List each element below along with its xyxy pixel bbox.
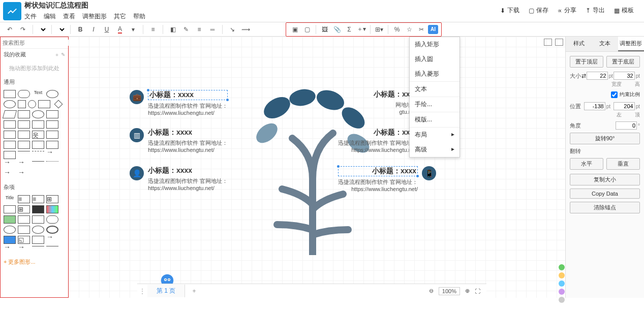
shape-dashed[interactable]: [32, 151, 44, 151]
chevron-down-icon[interactable]: ▾: [128, 24, 139, 35]
line-width-button[interactable]: ═: [207, 24, 218, 35]
shape-diamond[interactable]: [54, 100, 63, 109]
shape-colorbar[interactable]: [46, 205, 58, 213]
redo-button[interactable]: ↷: [17, 24, 28, 35]
shape-ellipse2[interactable]: [4, 100, 16, 108]
clear-anchor-button[interactable]: 清除锚点: [570, 202, 640, 213]
shape-list2[interactable]: ≡: [32, 195, 44, 203]
italic-button[interactable]: I: [88, 24, 99, 35]
line-style-button[interactable]: ≡: [194, 24, 205, 35]
canvas-node-6[interactable]: 📱 小标题：xxxx 迅捷流程图制作软件 官网地址：https://www.li…: [338, 166, 436, 192]
shape-text[interactable]: Text: [32, 90, 44, 98]
shape-square[interactable]: [18, 100, 26, 108]
percent-button[interactable]: %: [391, 24, 403, 35]
menu-text[interactable]: 文本: [410, 82, 459, 97]
shape-grid[interactable]: ⊞: [18, 205, 30, 213]
pages-menu-icon[interactable]: ⋮: [137, 288, 147, 295]
shape-frame[interactable]: [4, 205, 16, 213]
menu-layout[interactable]: 布局▸: [410, 128, 459, 142]
shape-or[interactable]: [46, 131, 58, 139]
shape-arrow-line[interactable]: [46, 151, 58, 159]
misc-shapes-header[interactable]: 杂项: [4, 183, 15, 191]
shape-process[interactable]: [38, 100, 50, 108]
collapse-right-button[interactable]: [555, 39, 563, 46]
menu-help[interactable]: 帮助: [133, 12, 145, 21]
rotate90-button[interactable]: 旋转90°: [570, 133, 640, 144]
shape-r4[interactable]: [18, 226, 30, 234]
copy-size-button[interactable]: 复制大小: [570, 174, 640, 185]
shape-parallelogram[interactable]: [3, 110, 17, 118]
menu-arrange[interactable]: 调整图形: [82, 12, 107, 21]
shape-cylinder[interactable]: [32, 110, 44, 118]
menu-advanced[interactable]: 高级▸: [410, 142, 459, 157]
dot-purple[interactable]: [559, 289, 565, 295]
underline-button[interactable]: U: [101, 24, 112, 35]
tab-text[interactable]: 文本: [592, 37, 618, 51]
shape-title[interactable]: Title: [4, 195, 16, 203]
shape-and[interactable]: [4, 141, 16, 149]
shape-arrow1[interactable]: [18, 141, 30, 149]
zoom-out-button[interactable]: ⊖: [429, 288, 434, 294]
shape-roundrect[interactable]: [18, 90, 30, 98]
bold-button[interactable]: B: [75, 24, 86, 35]
font-family-select[interactable]: Arial: [37, 25, 47, 34]
x-input[interactable]: [584, 102, 605, 110]
send-back-button[interactable]: 置于底层: [606, 56, 640, 68]
tab-style[interactable]: 样式: [566, 37, 592, 51]
shape-step[interactable]: [18, 120, 30, 129]
menu-insert-rect[interactable]: 插入矩形: [410, 37, 459, 52]
shape-r2[interactable]: [46, 215, 58, 224]
fill-color-button[interactable]: ◧: [167, 24, 178, 35]
shape-cyl2[interactable]: [32, 236, 44, 244]
shape-c2[interactable]: [4, 246, 16, 254]
menu-template[interactable]: 模版...: [410, 112, 459, 127]
shape-r1[interactable]: [32, 215, 44, 224]
bring-front-button[interactable]: 置于顶层: [570, 56, 603, 68]
shape-r5[interactable]: [32, 226, 44, 234]
waypoint-button[interactable]: ⟿: [240, 24, 251, 35]
swap-size-icon[interactable]: ⇄: [581, 73, 586, 79]
shape-circle[interactable]: [28, 100, 36, 108]
align-button[interactable]: ≡: [147, 24, 159, 35]
font-color-button[interactable]: A: [114, 24, 126, 35]
shape-trap[interactable]: [32, 120, 44, 129]
dot-green[interactable]: [559, 264, 565, 270]
download-button[interactable]: ⬇下载: [500, 6, 519, 15]
shape-callout[interactable]: [18, 131, 30, 139]
canvas-node-2[interactable]: ▥ 小标题：xxxx 迅捷流程图制作软件 官网地址：https://www.li…: [130, 128, 228, 153]
shape-c4[interactable]: [32, 246, 44, 246]
formula-button[interactable]: Σ: [344, 24, 355, 35]
add-page-button[interactable]: ＋: [185, 285, 203, 297]
shape-c5[interactable]: [46, 246, 58, 246]
to-front-button[interactable]: ▣: [289, 24, 300, 35]
shape-rect[interactable]: [4, 90, 16, 98]
fit-button[interactable]: ⛶: [475, 288, 480, 294]
shape-ellipse[interactable]: [46, 90, 58, 98]
shape-arrow2[interactable]: [32, 141, 44, 149]
dot-yellow[interactable]: [559, 272, 565, 278]
y-input[interactable]: [614, 102, 635, 110]
flip-h-button[interactable]: 水平: [570, 158, 603, 170]
share-button[interactable]: ∝分享: [558, 6, 576, 15]
menu-view[interactable]: 查看: [63, 12, 75, 21]
template-button[interactable]: ▦模板: [614, 6, 634, 15]
canvas-node-1[interactable]: 💼 小标题：xxxx 迅捷流程图制作软件 官网地址：https://www.li…: [130, 90, 228, 116]
connector-button[interactable]: ↘: [227, 24, 238, 35]
shape-dotted[interactable]: [46, 161, 58, 162]
crop-button[interactable]: ✂: [416, 24, 427, 35]
page-tab-1[interactable]: 第 1 页: [147, 285, 185, 297]
dot-blue[interactable]: [559, 280, 565, 287]
shape-blackbox[interactable]: [32, 205, 44, 213]
more-shapes-link[interactable]: + 更多图形...: [1, 256, 68, 268]
menu-freehand[interactable]: 手绘...: [410, 97, 459, 112]
menu-insert-diamond[interactable]: 插入菱形: [410, 67, 459, 81]
fullscreen-button[interactable]: [544, 39, 552, 46]
canvas-node-3[interactable]: 👤 小标题：xxxx 迅捷流程图制作软件 官网地址：https://www.li…: [130, 166, 228, 191]
export-button[interactable]: ⤒导出: [586, 6, 605, 15]
common-shapes-header[interactable]: 通用: [4, 78, 15, 86]
shape-hexagon[interactable]: [18, 110, 30, 118]
shape-tree[interactable]: [18, 215, 30, 224]
flip-v-button[interactable]: 垂直: [606, 158, 640, 170]
favorites-header[interactable]: 我的收藏: [4, 51, 26, 58]
shape-curve[interactable]: [32, 161, 44, 162]
